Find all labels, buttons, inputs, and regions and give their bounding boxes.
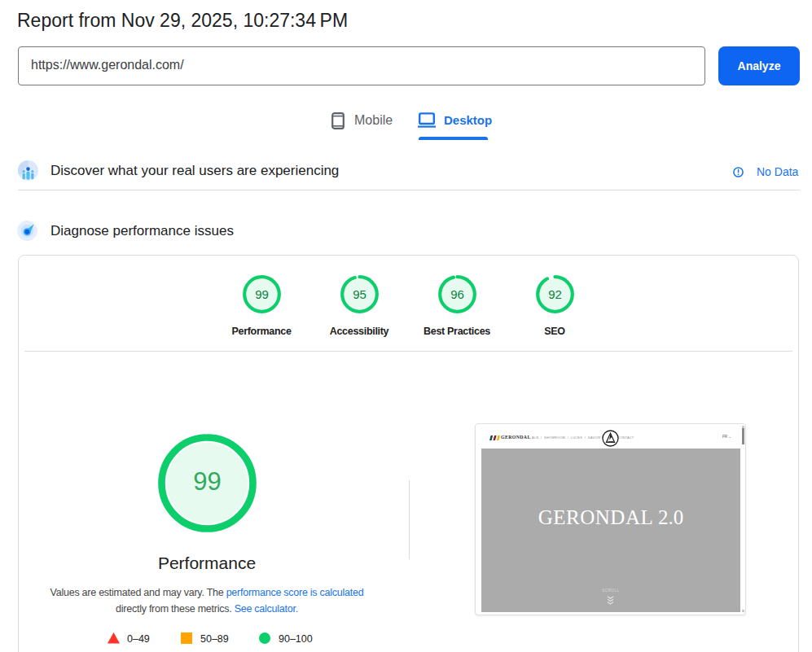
- svg-text:99: 99: [193, 467, 221, 496]
- svg-text:96: 96: [450, 287, 464, 301]
- svg-text:95: 95: [353, 287, 366, 301]
- svg-text:92: 92: [548, 287, 562, 301]
- svg-text:99: 99: [255, 287, 269, 301]
